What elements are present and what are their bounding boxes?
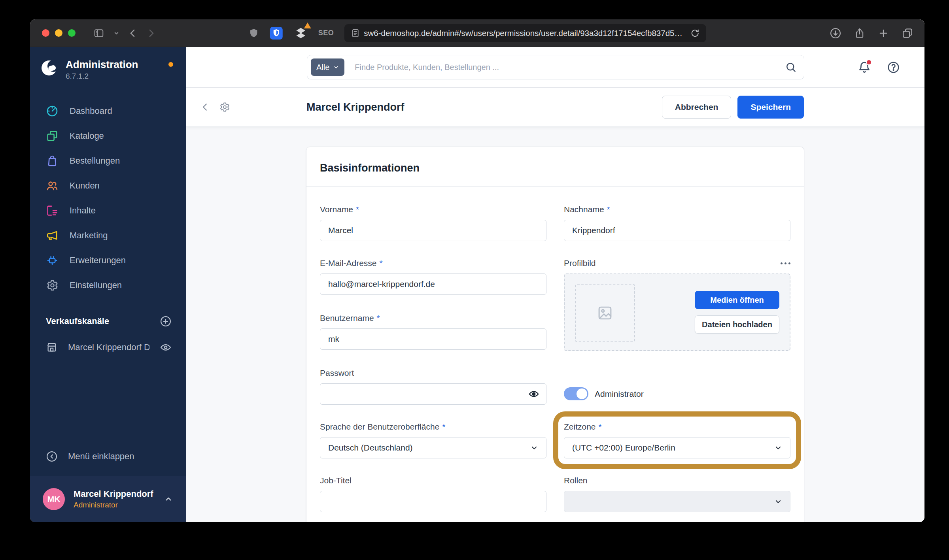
main-menu: Dashboard Kataloge Bestellungen bbox=[30, 99, 186, 298]
extension-warning-icon bbox=[304, 23, 311, 28]
forward-button[interactable] bbox=[146, 28, 156, 38]
last-name-value: Krippendorf bbox=[572, 226, 615, 235]
job-title-field[interactable] bbox=[320, 491, 546, 512]
sidebar-item-kataloge[interactable]: Kataloge bbox=[30, 124, 186, 149]
search-scope-dropdown[interactable]: Alle bbox=[311, 58, 344, 76]
profile-image-dropzone[interactable]: Medien öffnen Dateien hochladen bbox=[564, 273, 790, 351]
current-user-menu[interactable]: MK Marcel Krippendorf Administrator bbox=[30, 476, 186, 522]
timezone-label: Zeitzone bbox=[564, 422, 596, 432]
reader-view-icon[interactable] bbox=[350, 28, 360, 38]
share-button[interactable] bbox=[854, 27, 865, 39]
language-select[interactable]: Deutsch (Deutschland) bbox=[320, 437, 546, 458]
first-name-field[interactable]: Marcel bbox=[320, 220, 546, 241]
url-text[interactable]: sw6-demoshop.de/admin#/sw/users/permissi… bbox=[360, 28, 690, 38]
app-title: Administration bbox=[66, 59, 138, 70]
required-marker: * bbox=[356, 205, 359, 214]
seo-extension-label[interactable]: SEO bbox=[318, 29, 334, 37]
sidebar-item-label: Marketing bbox=[70, 230, 108, 241]
bitwarden-extension-icon[interactable] bbox=[269, 26, 284, 40]
smart-bar: Marcel Krippendorf Abbrechen Speichern bbox=[186, 88, 924, 127]
administrator-toggle[interactable] bbox=[564, 387, 588, 400]
sidebar-item-label: Kunden bbox=[70, 181, 100, 191]
sidebar-item-label: Inhalte bbox=[70, 206, 96, 216]
username-value: mk bbox=[328, 334, 339, 344]
username-field[interactable]: mk bbox=[320, 328, 546, 350]
timezone-value: (UTC +02:00) Europe/Berlin bbox=[572, 443, 774, 453]
customers-icon bbox=[46, 179, 59, 192]
extension-layers-icon[interactable] bbox=[294, 26, 308, 40]
language-value: Deutsch (Deutschland) bbox=[328, 443, 530, 453]
email-value: hallo@marcel-krippendorf.de bbox=[328, 279, 435, 289]
search-input[interactable]: Alle Finde Produkte, Kunden, Bestellunge… bbox=[307, 55, 804, 79]
card-title: Basisinformationen bbox=[320, 162, 790, 174]
sidebar-item-kunden[interactable]: Kunden bbox=[30, 173, 186, 198]
sidebar-item-einstellungen[interactable]: Einstellungen bbox=[30, 273, 186, 298]
roles-select[interactable] bbox=[564, 491, 790, 512]
job-title-label: Job-Titel bbox=[320, 476, 352, 485]
show-password-eye-icon[interactable] bbox=[528, 388, 539, 400]
new-tab-button[interactable] bbox=[878, 28, 889, 39]
first-name-value: Marcel bbox=[328, 226, 353, 235]
eye-icon[interactable] bbox=[160, 341, 172, 353]
last-name-label: Nachname bbox=[564, 205, 604, 214]
address-bar[interactable]: sw6-demoshop.de/admin#/sw/users/permissi… bbox=[344, 24, 706, 42]
back-button[interactable] bbox=[128, 28, 138, 38]
save-button[interactable]: Speichern bbox=[737, 96, 804, 119]
first-name-label: Vorname bbox=[320, 205, 353, 214]
page-settings-gear-icon[interactable] bbox=[219, 102, 230, 113]
app-version: 6.7.1.2 bbox=[66, 72, 138, 81]
user-name: Marcel Krippendorf bbox=[74, 489, 155, 499]
minimize-window-button[interactable] bbox=[55, 29, 62, 37]
password-label: Passwort bbox=[320, 368, 354, 378]
chevron-down-icon bbox=[333, 64, 339, 70]
required-marker: * bbox=[599, 422, 602, 432]
open-media-button[interactable]: Medien öffnen bbox=[695, 291, 779, 309]
downloads-button[interactable] bbox=[830, 27, 841, 39]
timezone-select[interactable]: (UTC +02:00) Europe/Berlin bbox=[564, 437, 790, 458]
context-menu-button[interactable] bbox=[781, 262, 790, 264]
last-name-field[interactable]: Krippendorf bbox=[564, 220, 790, 241]
browser-window: SEO sw6-demoshop.de/admin#/sw/users/perm… bbox=[30, 19, 924, 522]
sales-channel-name: Marcel Krippendorf De... bbox=[68, 342, 149, 353]
notification-badge bbox=[866, 59, 872, 65]
sales-channel-item[interactable]: Marcel Krippendorf De... bbox=[30, 341, 186, 353]
back-arrow-button[interactable] bbox=[200, 102, 210, 112]
image-placeholder-icon bbox=[597, 305, 613, 321]
sidebar-item-erweiterungen[interactable]: Erweiterungen bbox=[30, 248, 186, 273]
email-field[interactable]: hallo@marcel-krippendorf.de bbox=[320, 273, 546, 295]
sidebar-item-inhalte[interactable]: Inhalte bbox=[30, 198, 186, 223]
sidebar-toggle-icon[interactable] bbox=[93, 28, 105, 38]
chevron-up-icon bbox=[164, 494, 173, 504]
page-content: Basisinformationen Vorname* Marcel Nachn… bbox=[186, 127, 924, 522]
profile-image-label: Profilbild bbox=[564, 258, 596, 268]
user-role: Administrator bbox=[74, 501, 155, 509]
brand: Administration 6.7.1.2 bbox=[30, 47, 186, 81]
search-icon[interactable] bbox=[785, 61, 797, 73]
sidebar-item-dashboard[interactable]: Dashboard bbox=[30, 99, 186, 124]
password-field[interactable] bbox=[320, 383, 546, 405]
marketing-icon bbox=[46, 229, 59, 242]
extensions-icon bbox=[46, 254, 59, 267]
sidebar-menu-chevron-icon[interactable] bbox=[113, 30, 119, 36]
admin-sidebar: Administration 6.7.1.2 Dashboard Katalog bbox=[30, 47, 186, 522]
sidebar-item-marketing[interactable]: Marketing bbox=[30, 223, 186, 248]
add-sales-channel-button[interactable] bbox=[160, 315, 172, 327]
sidebar-item-label: Erweiterungen bbox=[70, 255, 126, 266]
sidebar-item-bestellungen[interactable]: Bestellungen bbox=[30, 149, 186, 173]
settings-gear-icon bbox=[46, 279, 59, 292]
timezone-highlight-box: Zeitzone* (UTC +02:00) Europe/Berlin bbox=[564, 422, 790, 458]
reload-icon[interactable] bbox=[690, 28, 699, 38]
help-button[interactable] bbox=[887, 61, 900, 74]
privacy-shield-icon[interactable] bbox=[249, 27, 259, 39]
chevron-down-icon bbox=[774, 444, 782, 452]
language-label: Sprache der Benutzeroberfläche bbox=[320, 422, 439, 432]
zoom-window-button[interactable] bbox=[68, 29, 76, 37]
traffic-lights bbox=[42, 29, 76, 37]
close-window-button[interactable] bbox=[42, 29, 49, 37]
sidebar-item-label: Dashboard bbox=[70, 106, 112, 116]
tab-overview-button[interactable] bbox=[902, 27, 913, 39]
notifications-button[interactable] bbox=[858, 60, 871, 74]
collapse-menu-button[interactable]: Menü einklappen bbox=[30, 451, 186, 462]
upload-files-button[interactable]: Dateien hochladen bbox=[695, 315, 779, 334]
cancel-button[interactable]: Abbrechen bbox=[662, 96, 732, 119]
